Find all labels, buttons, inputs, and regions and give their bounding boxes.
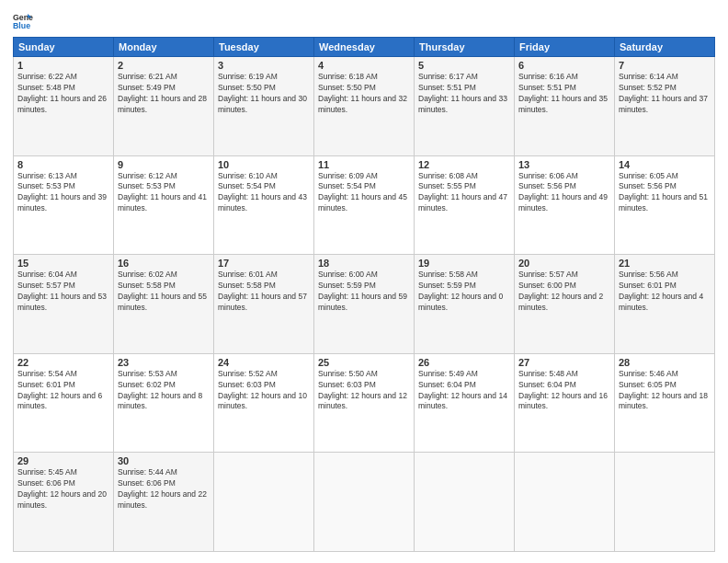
calendar-day-cell: 11Sunrise: 6:09 AMSunset: 5:54 PMDayligh… bbox=[314, 155, 415, 255]
calendar-day-cell: 17Sunrise: 6:01 AMSunset: 5:58 PMDayligh… bbox=[214, 255, 314, 354]
calendar-day-cell: 9Sunrise: 6:12 AMSunset: 5:53 PMDaylight… bbox=[114, 155, 214, 255]
day-info: Sunrise: 6:02 AMSunset: 5:58 PMDaylight:… bbox=[118, 270, 210, 314]
day-info: Sunrise: 6:18 AMSunset: 5:50 PMDaylight:… bbox=[318, 72, 410, 116]
day-info: Sunrise: 5:57 AMSunset: 6:00 PMDaylight:… bbox=[518, 270, 610, 314]
day-info: Sunrise: 6:19 AMSunset: 5:50 PMDaylight:… bbox=[218, 72, 310, 116]
calendar-week-row: 29Sunrise: 5:45 AMSunset: 6:06 PMDayligh… bbox=[14, 453, 715, 552]
calendar-day-cell: 19Sunrise: 5:58 AMSunset: 5:59 PMDayligh… bbox=[415, 255, 515, 354]
calendar-day-cell: 22Sunrise: 5:54 AMSunset: 6:01 PMDayligh… bbox=[14, 353, 114, 453]
calendar-day-cell: 25Sunrise: 5:50 AMSunset: 6:03 PMDayligh… bbox=[314, 353, 415, 453]
day-info: Sunrise: 6:08 AMSunset: 5:55 PMDaylight:… bbox=[418, 171, 510, 215]
day-number: 30 bbox=[118, 455, 210, 466]
calendar-day-cell: 27Sunrise: 5:48 AMSunset: 6:04 PMDayligh… bbox=[515, 353, 615, 453]
day-number: 24 bbox=[218, 357, 310, 368]
day-number: 5 bbox=[418, 60, 510, 71]
day-header-friday: Friday bbox=[515, 38, 615, 57]
day-info: Sunrise: 6:17 AMSunset: 5:51 PMDaylight:… bbox=[418, 72, 510, 116]
day-number: 25 bbox=[318, 357, 410, 368]
calendar-day-cell: 23Sunrise: 5:53 AMSunset: 6:02 PMDayligh… bbox=[114, 353, 214, 453]
calendar-table: SundayMondayTuesdayWednesdayThursdayFrid… bbox=[13, 37, 715, 552]
calendar-empty-cell bbox=[515, 453, 615, 552]
day-info: Sunrise: 6:06 AMSunset: 5:56 PMDaylight:… bbox=[518, 171, 610, 215]
calendar-day-cell: 20Sunrise: 5:57 AMSunset: 6:00 PMDayligh… bbox=[515, 255, 615, 354]
day-info: Sunrise: 5:52 AMSunset: 6:03 PMDaylight:… bbox=[218, 369, 310, 413]
day-info: Sunrise: 6:16 AMSunset: 5:51 PMDaylight:… bbox=[518, 72, 610, 116]
calendar-day-cell: 30Sunrise: 5:44 AMSunset: 6:06 PMDayligh… bbox=[114, 453, 214, 552]
day-number: 11 bbox=[318, 159, 410, 170]
calendar-empty-cell bbox=[314, 453, 415, 552]
day-number: 17 bbox=[218, 258, 310, 269]
calendar-day-cell: 1Sunrise: 6:22 AMSunset: 5:48 PMDaylight… bbox=[14, 57, 114, 156]
day-number: 15 bbox=[17, 258, 109, 269]
day-number: 26 bbox=[418, 357, 510, 368]
day-info: Sunrise: 6:21 AMSunset: 5:49 PMDaylight:… bbox=[118, 72, 210, 116]
calendar-empty-cell bbox=[615, 453, 715, 552]
calendar-day-cell: 21Sunrise: 5:56 AMSunset: 6:01 PMDayligh… bbox=[615, 255, 715, 354]
day-info: Sunrise: 6:13 AMSunset: 5:53 PMDaylight:… bbox=[17, 171, 109, 215]
day-number: 3 bbox=[218, 60, 310, 71]
logo-icon: General Blue bbox=[13, 11, 33, 31]
day-number: 23 bbox=[118, 357, 210, 368]
day-info: Sunrise: 6:14 AMSunset: 5:52 PMDaylight:… bbox=[619, 72, 711, 116]
calendar-week-row: 15Sunrise: 6:04 AMSunset: 5:57 PMDayligh… bbox=[14, 255, 715, 354]
calendar-day-cell: 13Sunrise: 6:06 AMSunset: 5:56 PMDayligh… bbox=[515, 155, 615, 255]
day-number: 6 bbox=[518, 60, 610, 71]
day-number: 8 bbox=[17, 159, 109, 170]
calendar-day-cell: 2Sunrise: 6:21 AMSunset: 5:49 PMDaylight… bbox=[114, 57, 214, 156]
day-number: 1 bbox=[17, 60, 109, 71]
calendar-empty-cell bbox=[214, 453, 314, 552]
calendar-day-cell: 18Sunrise: 6:00 AMSunset: 5:59 PMDayligh… bbox=[314, 255, 415, 354]
svg-text:Blue: Blue bbox=[13, 21, 30, 30]
calendar-day-cell: 6Sunrise: 6:16 AMSunset: 5:51 PMDaylight… bbox=[515, 57, 615, 156]
day-number: 29 bbox=[17, 455, 109, 466]
calendar-day-cell: 28Sunrise: 5:46 AMSunset: 6:05 PMDayligh… bbox=[615, 353, 715, 453]
day-number: 18 bbox=[318, 258, 410, 269]
day-number: 20 bbox=[518, 258, 610, 269]
calendar-week-row: 1Sunrise: 6:22 AMSunset: 5:48 PMDaylight… bbox=[14, 57, 715, 156]
day-header-monday: Monday bbox=[114, 38, 214, 57]
day-info: Sunrise: 5:54 AMSunset: 6:01 PMDaylight:… bbox=[17, 369, 109, 413]
day-info: Sunrise: 6:10 AMSunset: 5:54 PMDaylight:… bbox=[218, 171, 310, 215]
day-info: Sunrise: 6:12 AMSunset: 5:53 PMDaylight:… bbox=[118, 171, 210, 215]
calendar-day-cell: 7Sunrise: 6:14 AMSunset: 5:52 PMDaylight… bbox=[615, 57, 715, 156]
day-header-saturday: Saturday bbox=[615, 38, 715, 57]
day-header-sunday: Sunday bbox=[14, 38, 114, 57]
calendar-week-row: 22Sunrise: 5:54 AMSunset: 6:01 PMDayligh… bbox=[14, 353, 715, 453]
calendar-week-row: 8Sunrise: 6:13 AMSunset: 5:53 PMDaylight… bbox=[14, 155, 715, 255]
day-info: Sunrise: 6:22 AMSunset: 5:48 PMDaylight:… bbox=[17, 72, 109, 116]
day-info: Sunrise: 5:50 AMSunset: 6:03 PMDaylight:… bbox=[318, 369, 410, 413]
day-number: 27 bbox=[518, 357, 610, 368]
day-number: 14 bbox=[619, 159, 711, 170]
day-info: Sunrise: 5:49 AMSunset: 6:04 PMDaylight:… bbox=[418, 369, 510, 413]
day-info: Sunrise: 6:05 AMSunset: 5:56 PMDaylight:… bbox=[619, 171, 711, 215]
day-number: 12 bbox=[418, 159, 510, 170]
calendar-day-cell: 24Sunrise: 5:52 AMSunset: 6:03 PMDayligh… bbox=[214, 353, 314, 453]
day-info: Sunrise: 5:53 AMSunset: 6:02 PMDaylight:… bbox=[118, 369, 210, 413]
calendar-day-cell: 29Sunrise: 5:45 AMSunset: 6:06 PMDayligh… bbox=[14, 453, 114, 552]
day-info: Sunrise: 5:45 AMSunset: 6:06 PMDaylight:… bbox=[17, 467, 109, 511]
day-info: Sunrise: 5:58 AMSunset: 5:59 PMDaylight:… bbox=[418, 270, 510, 314]
day-header-thursday: Thursday bbox=[415, 38, 515, 57]
day-info: Sunrise: 6:00 AMSunset: 5:59 PMDaylight:… bbox=[318, 270, 410, 314]
day-info: Sunrise: 5:48 AMSunset: 6:04 PMDaylight:… bbox=[518, 369, 610, 413]
day-number: 19 bbox=[418, 258, 510, 269]
day-number: 22 bbox=[17, 357, 109, 368]
calendar-day-cell: 15Sunrise: 6:04 AMSunset: 5:57 PMDayligh… bbox=[14, 255, 114, 354]
calendar-empty-cell bbox=[415, 453, 515, 552]
day-number: 9 bbox=[118, 159, 210, 170]
day-header-wednesday: Wednesday bbox=[314, 38, 415, 57]
calendar-day-cell: 5Sunrise: 6:17 AMSunset: 5:51 PMDaylight… bbox=[415, 57, 515, 156]
day-info: Sunrise: 6:01 AMSunset: 5:58 PMDaylight:… bbox=[218, 270, 310, 314]
header: General Blue bbox=[13, 11, 715, 31]
day-number: 2 bbox=[118, 60, 210, 71]
day-number: 28 bbox=[619, 357, 711, 368]
calendar-day-cell: 14Sunrise: 6:05 AMSunset: 5:56 PMDayligh… bbox=[615, 155, 715, 255]
day-info: Sunrise: 5:44 AMSunset: 6:06 PMDaylight:… bbox=[118, 467, 210, 511]
day-number: 4 bbox=[318, 60, 410, 71]
day-header-tuesday: Tuesday bbox=[214, 38, 314, 57]
day-number: 7 bbox=[619, 60, 711, 71]
calendar-day-cell: 12Sunrise: 6:08 AMSunset: 5:55 PMDayligh… bbox=[415, 155, 515, 255]
day-number: 16 bbox=[118, 258, 210, 269]
calendar-day-cell: 4Sunrise: 6:18 AMSunset: 5:50 PMDaylight… bbox=[314, 57, 415, 156]
page: General Blue SundayMondayTuesdayWednesda… bbox=[0, 0, 728, 563]
